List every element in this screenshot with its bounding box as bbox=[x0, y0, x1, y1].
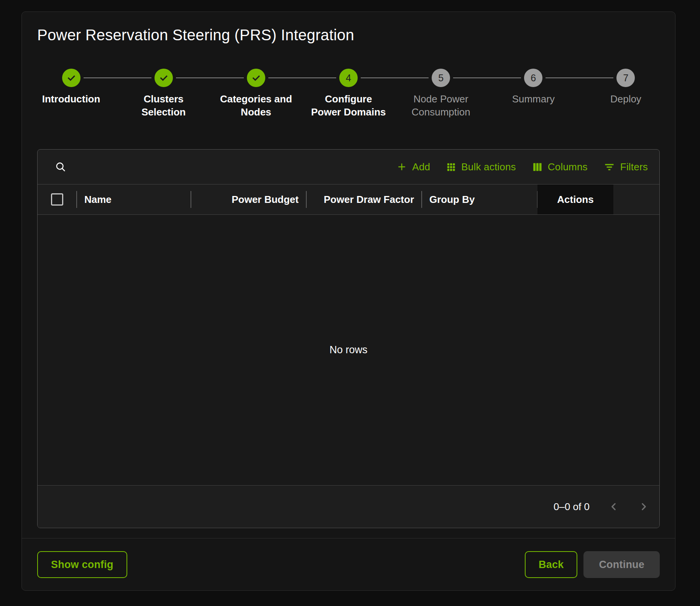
step-connector bbox=[84, 77, 118, 78]
page-title: Power Reservation Steering (PRS) Integra… bbox=[37, 26, 660, 44]
column-header-label: Actions bbox=[557, 194, 593, 206]
step-circle-4: 4 bbox=[339, 69, 358, 87]
step-label: Clusters Selection bbox=[141, 92, 186, 119]
step-circle-6: 6 bbox=[524, 69, 542, 87]
column-header-label: Group By bbox=[429, 194, 475, 206]
step-label: Categories and Nodes bbox=[220, 92, 292, 119]
chevron-left-icon bbox=[608, 501, 619, 512]
search-button[interactable] bbox=[54, 161, 67, 173]
table-header-row: NamePower BudgetPower Draw FactorGroup B… bbox=[38, 184, 659, 215]
footer-bar: Show config Back Continue bbox=[22, 538, 675, 591]
step-label: Summary bbox=[512, 92, 555, 105]
pagination-bar: 0–0 of 0 bbox=[38, 485, 659, 528]
step-connector bbox=[268, 77, 302, 78]
check-icon bbox=[158, 72, 169, 83]
stepper-step-4: 4Configure Power Domains bbox=[302, 69, 394, 119]
search-icon bbox=[54, 161, 67, 173]
select-all-checkbox[interactable] bbox=[51, 193, 63, 206]
previous-page-button[interactable] bbox=[608, 501, 619, 512]
back-button[interactable]: Back bbox=[525, 551, 577, 578]
filters-button[interactable]: Filters bbox=[603, 161, 648, 173]
stepper-step-5: 5Node Power Consumption bbox=[395, 69, 487, 119]
step-connector bbox=[453, 77, 487, 78]
step-connector bbox=[117, 77, 151, 78]
wizard-content: Power Reservation Steering (PRS) Integra… bbox=[22, 12, 675, 528]
column-header-group-by[interactable]: Group By bbox=[422, 184, 537, 214]
step-connector bbox=[302, 77, 336, 78]
select-all-header-cell bbox=[38, 184, 77, 214]
stepper-step-2: Clusters Selection bbox=[117, 69, 210, 119]
step-connector bbox=[580, 77, 614, 78]
step-number: 7 bbox=[623, 72, 628, 84]
stepper-step-3: Categories and Nodes bbox=[210, 69, 302, 119]
column-header-name[interactable]: Name bbox=[77, 184, 191, 214]
header-spacer-cell bbox=[613, 184, 659, 214]
continue-button[interactable]: Continue bbox=[583, 551, 660, 578]
check-icon bbox=[251, 72, 261, 83]
chevron-right-icon bbox=[638, 501, 649, 512]
toolbar-actions: AddBulk actionsColumnsFilters bbox=[396, 161, 648, 173]
datagrid-toolbar: AddBulk actionsColumnsFilters bbox=[38, 150, 659, 184]
step-label: Node Power Consumption bbox=[412, 92, 470, 119]
step-circle-5: 5 bbox=[432, 69, 450, 87]
column-header-power-draw-factor[interactable]: Power Draw Factor bbox=[306, 184, 422, 214]
pagination-range-label: 0–0 of 0 bbox=[554, 501, 590, 513]
column-header-label: Power Draw Factor bbox=[324, 194, 414, 206]
toolbar-button-label: Bulk actions bbox=[461, 161, 516, 173]
step-number: 5 bbox=[438, 72, 444, 84]
filter-icon bbox=[603, 161, 616, 173]
stepper-step-7: 7Deploy bbox=[580, 69, 672, 119]
step-connector bbox=[176, 77, 210, 78]
stepper: IntroductionClusters SelectionCategories… bbox=[25, 69, 672, 119]
columns-button[interactable]: Columns bbox=[531, 161, 588, 173]
step-circle-2 bbox=[154, 69, 173, 87]
toolbar-button-label: Columns bbox=[548, 161, 588, 173]
add-button[interactable]: Add bbox=[396, 161, 430, 173]
stepper-step-1: Introduction bbox=[25, 69, 117, 119]
column-header-label: Name bbox=[84, 194, 112, 206]
footer-nav-buttons: Back Continue bbox=[525, 551, 660, 578]
step-circle-1 bbox=[62, 69, 81, 87]
step-number: 4 bbox=[346, 72, 351, 84]
column-header-power-budget[interactable]: Power Budget bbox=[191, 184, 306, 214]
step-connector bbox=[395, 77, 429, 78]
step-connector bbox=[487, 77, 521, 78]
plus-icon bbox=[396, 161, 408, 173]
datagrid: AddBulk actionsColumnsFilters NamePower … bbox=[37, 149, 660, 528]
wizard-panel: Power Reservation Steering (PRS) Integra… bbox=[21, 12, 675, 591]
step-connector bbox=[546, 77, 580, 78]
toolbar-button-label: Add bbox=[412, 161, 430, 173]
bulk-actions-button[interactable]: Bulk actions bbox=[445, 161, 516, 173]
step-circle-3 bbox=[247, 69, 265, 87]
step-circle-7: 7 bbox=[616, 69, 635, 87]
table-body: No rows bbox=[38, 215, 659, 485]
column-header-label: Power Budget bbox=[232, 194, 299, 206]
check-icon bbox=[66, 72, 77, 83]
columns-icon bbox=[531, 161, 543, 173]
step-label: Deploy bbox=[610, 92, 641, 105]
step-connector bbox=[210, 77, 244, 78]
step-label: Introduction bbox=[42, 92, 100, 105]
no-rows-label: No rows bbox=[329, 344, 367, 356]
step-label: Configure Power Domains bbox=[311, 92, 386, 119]
grid-icon bbox=[445, 161, 457, 173]
step-connector bbox=[361, 77, 395, 78]
show-config-button[interactable]: Show config bbox=[37, 551, 127, 578]
column-header-actions: Actions bbox=[537, 184, 613, 214]
step-number: 6 bbox=[531, 72, 536, 84]
toolbar-button-label: Filters bbox=[620, 161, 648, 173]
next-page-button[interactable] bbox=[638, 501, 649, 512]
stepper-step-6: 6Summary bbox=[487, 69, 580, 119]
